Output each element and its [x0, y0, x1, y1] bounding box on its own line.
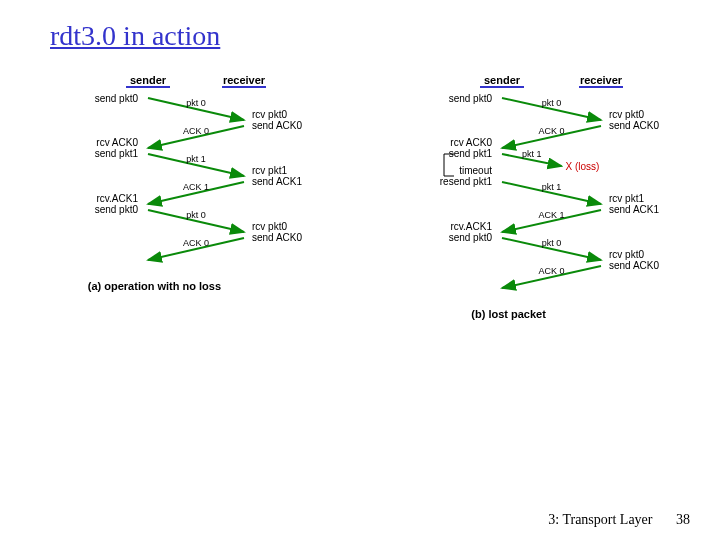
- svg-text:send ACK0: send ACK0: [609, 260, 659, 271]
- svg-text:pkt 0: pkt 0: [542, 98, 562, 108]
- svg-text:send pkt1: send pkt1: [449, 148, 493, 159]
- svg-text:rcv pkt0: rcv pkt0: [252, 221, 287, 232]
- footer-text: 3: Transport Layer: [548, 512, 652, 527]
- svg-text:ACK 1: ACK 1: [538, 210, 564, 220]
- svg-text:pkt 1: pkt 1: [186, 154, 206, 164]
- svg-text:rcv.ACK1: rcv.ACK1: [451, 221, 493, 232]
- svg-text:timeout: timeout: [459, 165, 492, 176]
- svg-text:rcv ACK0: rcv ACK0: [450, 137, 492, 148]
- svg-text:rcv pkt0: rcv pkt0: [252, 109, 287, 120]
- svg-text:(a) operation with no loss: (a) operation with no loss: [88, 280, 221, 292]
- svg-text:rcv pkt1: rcv pkt1: [252, 165, 287, 176]
- svg-text:rcv pkt0: rcv pkt0: [609, 109, 644, 120]
- svg-text:pkt 1: pkt 1: [522, 149, 542, 159]
- svg-text:rcv pkt0: rcv pkt0: [609, 249, 644, 260]
- page-title: rdt3.0 in action: [50, 20, 220, 52]
- svg-text:sender: sender: [130, 74, 167, 86]
- svg-text:rcv pkt1: rcv pkt1: [609, 193, 644, 204]
- svg-text:pkt 0: pkt 0: [186, 98, 206, 108]
- svg-text:rcv ACK0: rcv ACK0: [96, 137, 138, 148]
- svg-text:send pkt0: send pkt0: [95, 93, 139, 104]
- svg-text:resend pkt1: resend pkt1: [440, 176, 493, 187]
- svg-text:send pkt1: send pkt1: [95, 148, 139, 159]
- svg-text:pkt 1: pkt 1: [542, 182, 562, 192]
- svg-text:send pkt0: send pkt0: [449, 93, 493, 104]
- svg-text:send ACK1: send ACK1: [609, 204, 659, 215]
- svg-text:ACK 0: ACK 0: [183, 238, 209, 248]
- svg-text:send pkt0: send pkt0: [95, 204, 139, 215]
- svg-text:send ACK0: send ACK0: [609, 120, 659, 131]
- svg-text:X (loss): X (loss): [566, 161, 600, 172]
- svg-text:ACK 0: ACK 0: [538, 126, 564, 136]
- svg-text:receiver: receiver: [580, 74, 623, 86]
- svg-text:send ACK0: send ACK0: [252, 120, 302, 131]
- svg-text:send ACK0: send ACK0: [252, 232, 302, 243]
- svg-text:receiver: receiver: [223, 74, 266, 86]
- svg-text:(b) lost packet: (b) lost packet: [471, 308, 546, 320]
- footer: 3: Transport Layer 38: [548, 512, 690, 528]
- svg-text:ACK 1: ACK 1: [183, 182, 209, 192]
- page-number: 38: [676, 512, 690, 527]
- svg-text:ACK 0: ACK 0: [183, 126, 209, 136]
- svg-text:sender: sender: [484, 74, 521, 86]
- svg-text:send ACK1: send ACK1: [252, 176, 302, 187]
- diagram: senderreceiversend pkt0pkt 0rcv pkt0send…: [0, 70, 720, 480]
- svg-text:pkt 0: pkt 0: [542, 238, 562, 248]
- svg-text:send pkt0: send pkt0: [449, 232, 493, 243]
- svg-text:ACK 0: ACK 0: [538, 266, 564, 276]
- svg-text:pkt 0: pkt 0: [186, 210, 206, 220]
- svg-text:rcv.ACK1: rcv.ACK1: [97, 193, 139, 204]
